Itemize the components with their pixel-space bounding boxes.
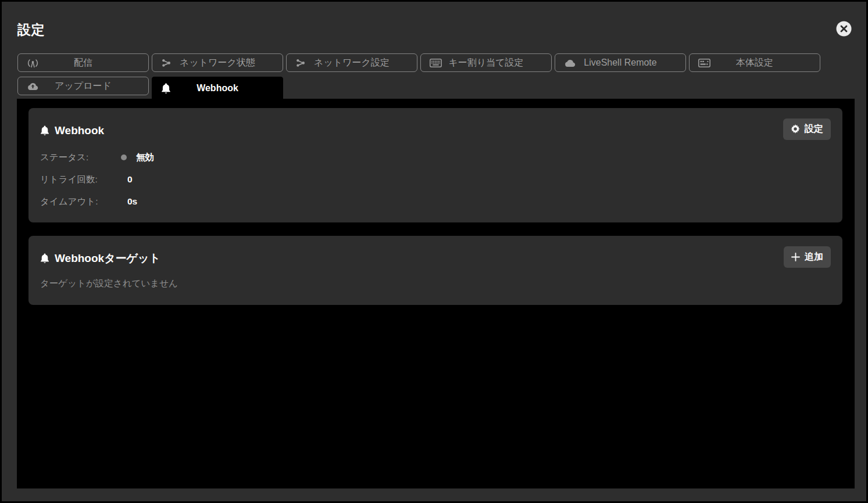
tab-network-settings[interactable]: ネットワーク設定 (286, 53, 417, 72)
webhook-panel-header: Webhook 設定 (28, 108, 842, 138)
broadcast-icon (27, 54, 39, 71)
tab-network-status[interactable]: ネットワーク状態 (152, 53, 283, 72)
tab-broadcast[interactable]: 配信 (17, 53, 149, 72)
no-targets-message: ターゲットが設定されていません (28, 266, 842, 290)
gear-icon (791, 124, 800, 134)
settings-dialog: { "window": { "title": "設定" }, "tabs": {… (0, 0, 868, 503)
timeout-label: タイムアウト: (40, 196, 116, 208)
bell-icon (161, 77, 171, 99)
plus-icon (791, 253, 800, 261)
status-label: ステータス: (40, 152, 116, 164)
bell-icon (40, 125, 49, 136)
tab-upload[interactable]: アップロード (17, 77, 149, 95)
webhook-info-rows: ステータス: 無効 リトライ回数: 0 タイムアウト: 0s (28, 138, 842, 213)
close-icon (836, 21, 852, 37)
device-icon (698, 54, 710, 71)
webhook-tab-content: Webhook 設定 ステータス: 無効 リトライ回数: 0 (17, 99, 855, 488)
cloud-icon (564, 54, 576, 71)
tab-device-settings[interactable]: 本体設定 (689, 53, 820, 72)
bell-icon (40, 253, 49, 264)
network-share-icon (161, 54, 172, 71)
retry-label: リトライ回数: (40, 174, 116, 186)
tab-label: ネットワーク状態 (152, 58, 283, 67)
webhook-panel-title: Webhook (55, 124, 104, 137)
status-row: ステータス: 無効 (40, 146, 831, 168)
add-target-button-label: 追加 (805, 251, 823, 263)
tab-label: ネットワーク設定 (287, 58, 417, 67)
webhook-settings-button[interactable]: 設定 (783, 118, 831, 140)
status-value: 無効 (136, 152, 154, 164)
close-button[interactable] (836, 21, 852, 37)
dialog-title: 設定 (17, 21, 45, 39)
webhook-settings-button-label: 設定 (805, 123, 823, 135)
webhook-targets-title: Webhookターゲット (55, 251, 160, 266)
webhook-targets-panel: Webhookターゲット 追加 ターゲットが設定されていません (28, 236, 842, 305)
timeout-row: タイムアウト: 0s (40, 191, 831, 213)
settings-tabbar: 配信 ネットワーク状態 ネットワーク設定 (17, 53, 827, 100)
keyboard-icon (430, 54, 442, 71)
tab-key-assign[interactable]: キー割り当て設定 (420, 53, 552, 72)
retry-row: リトライ回数: 0 (40, 168, 831, 191)
tab-liveshell-remote[interactable]: LiveShell Remote (555, 53, 686, 72)
status-dot-icon (121, 155, 127, 160)
cloud-upload-icon (27, 77, 39, 95)
webhook-panel: Webhook 設定 ステータス: 無効 リトライ回数: 0 (28, 108, 842, 222)
tab-label: Webhook (152, 84, 283, 93)
add-target-button[interactable]: 追加 (784, 246, 831, 268)
webhook-targets-header: Webhookターゲット 追加 (28, 236, 842, 266)
timeout-value: 0s (127, 196, 137, 207)
retry-value: 0 (127, 174, 133, 185)
network-share-icon (295, 54, 306, 71)
tab-webhook[interactable]: Webhook (152, 77, 283, 100)
